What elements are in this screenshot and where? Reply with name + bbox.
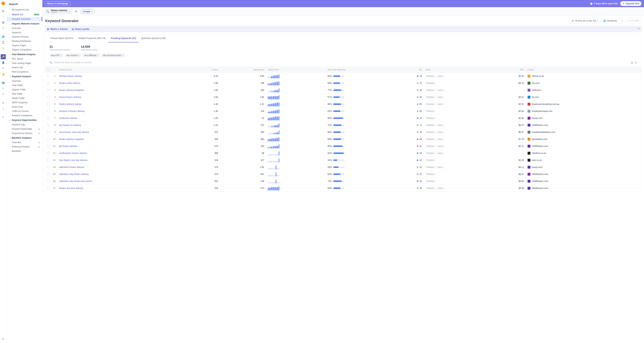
compare-icon[interactable]: ⧉ — [74, 9, 79, 14]
tab[interactable]: Trending Keywords (31) — [108, 34, 139, 42]
leader-cell[interactable]: theflora.in — [528, 89, 640, 92]
nav-target-icon[interactable]: ◎ — [1, 25, 6, 30]
sidebar-item[interactable]: Total Traffic — [6, 83, 42, 87]
filter-pill[interactable]: Any Volume▾ — [65, 53, 81, 57]
col-cpc[interactable]: CPC — [496, 67, 526, 73]
columns-icon[interactable]: ▥ — [631, 61, 633, 64]
row-checkbox[interactable] — [47, 187, 50, 189]
row-checkbox[interactable] — [47, 82, 50, 84]
nav-like-icon[interactable]: 👍 — [1, 71, 6, 76]
sidebar-item[interactable]: Keywords by Industry◆ — [6, 131, 42, 135]
sidebar-item[interactable]: Organic Pages — [6, 43, 42, 47]
filter-pill[interactable]: Any CPC▾ — [50, 53, 63, 57]
nav-world-icon[interactable]: 🌍 — [1, 80, 6, 85]
sidebar-item[interactable]: Backlinks — [6, 149, 42, 153]
row-checkbox[interactable] — [47, 75, 50, 77]
row-checkbox[interactable] — [47, 152, 50, 154]
nav-trend-icon[interactable]: 〽 — [1, 14, 6, 19]
keyword-link[interactable]: next flowers next day delivery — [59, 159, 87, 161]
sidebar-my-lists[interactable]: My Keyword Lists — [6, 7, 42, 12]
sidebar-item[interactable]: Keyword Gap — [6, 122, 42, 127]
col-kd[interactable]: KD — [396, 67, 424, 73]
keyword-link[interactable]: bouquet of flowers delivery — [59, 110, 85, 112]
keyword-link[interactable]: send flowers same day delivery — [59, 131, 89, 133]
traffic-select[interactable]: ⇄All traffic — [626, 18, 641, 23]
col-intent[interactable]: Intent — [424, 67, 496, 73]
settings-icon[interactable]: ⚙ — [1, 336, 6, 341]
nav-building-icon[interactable]: 🏢 — [1, 20, 6, 25]
nav-keyword-icon[interactable]: 🔑 — [1, 54, 6, 59]
leader-cell[interactable]: 1800flowers.com — [528, 187, 640, 190]
sidebar-item[interactable]: Search Ads — [6, 65, 42, 70]
tab[interactable]: Phrase Match (16,971) — [48, 34, 76, 42]
filter-pill[interactable]: Any Difficulty▾ — [83, 53, 100, 57]
row-checkbox[interactable] — [47, 96, 50, 98]
keyword-chip[interactable]: 🔍 flowers delivery Keyword ▾ — [45, 9, 72, 14]
keyword-link[interactable]: southampton flowers delivery — [59, 152, 87, 154]
sidebar-group-header[interactable]: ⌄Paid Website Analysis — [6, 52, 42, 57]
row-checkbox[interactable] — [47, 180, 50, 182]
nav-globe-icon[interactable]: 🌐 — [1, 34, 6, 39]
keyword-link[interactable]: flowers online delivery — [59, 82, 80, 84]
row-checkbox[interactable] — [47, 138, 50, 140]
tab[interactable]: Questions Queries (148) — [138, 34, 168, 42]
keyword-link[interactable]: flowers delivery sydney — [59, 103, 82, 105]
sidebar-item[interactable]: Keyword Seasonality◆ — [6, 127, 42, 131]
sidebar-item[interactable]: Keyword Phrases — [6, 35, 42, 39]
keyword-link[interactable]: flowers delivery singapore — [59, 138, 84, 140]
sidebar-group-header[interactable]: ⌄Keyword Analysis — [6, 74, 42, 79]
sidebar-item[interactable]: Organic Traffic — [6, 87, 42, 92]
row-checkbox[interactable] — [47, 166, 50, 168]
sidebar-item[interactable]: Overview — [6, 26, 42, 30]
table-settings-icon[interactable]: ⚙ — [635, 61, 637, 64]
row-checkbox[interactable] — [47, 159, 50, 161]
upgrade-button[interactable]: ♛ Upgrade Now — [620, 1, 642, 6]
col-trend[interactable]: Yearly Trend — [266, 67, 326, 73]
leader-cell[interactable]: interflora.co.uk — [528, 152, 640, 155]
leader-cell[interactable]: eflorist.co.uk — [528, 75, 640, 78]
sidebar-item[interactable]: Ranking Distribution — [6, 39, 42, 43]
sidebar-item[interactable]: Paid Traffic — [6, 92, 42, 96]
sidebar-item[interactable]: Keywords — [6, 30, 42, 35]
row-checkbox[interactable] — [47, 117, 50, 119]
return-home-button[interactable]: Return to homepage — [45, 1, 70, 6]
row-checkbox[interactable] — [47, 89, 50, 91]
sidebar-item[interactable]: Paid Competitors — [6, 70, 42, 74]
nav-crown-icon[interactable]: ♛ — [1, 115, 6, 120]
nav-coin-icon[interactable]: © — [1, 86, 6, 91]
nav-eye-icon[interactable]: 👁 — [1, 66, 6, 71]
row-checkbox[interactable] — [47, 124, 50, 126]
leader-cell[interactable]: bouqs.com — [528, 166, 640, 169]
keyword-link[interactable]: funeral flowers delivery — [59, 96, 81, 98]
sidebar-item[interactable]: PPC Spend — [6, 57, 42, 61]
col-zero-click[interactable]: Zero-Click Searches — [326, 67, 396, 73]
keyword-link[interactable]: valentines flowers delivery — [59, 166, 84, 168]
date-range-select[interactable]: 🗓All time (As of Apr 30)▾ — [570, 18, 600, 23]
leader-cell[interactable]: bouqs.com — [528, 117, 640, 120]
leader-cell[interactable]: fnp.com — [528, 82, 640, 85]
sidebar-item[interactable]: SERP Snapshot — [6, 100, 42, 105]
keyword-link[interactable]: birthday flowers delivery — [59, 75, 82, 77]
leader-cell[interactable]: 1800flowers.com — [528, 124, 640, 127]
keyword-link[interactable]: valentine's day flowers and chocol... — [59, 180, 94, 182]
leader-cell[interactable]: flowersacrosssydney.com.au — [528, 103, 640, 106]
brand-logo-icon[interactable] — [2, 2, 5, 5]
nav-history-icon[interactable]: ↻ — [1, 46, 6, 51]
nav-filter-icon[interactable]: ∇ — [1, 92, 6, 97]
leader-cell[interactable]: marketstreetflowers.com — [528, 131, 640, 134]
col-leader[interactable]: Leader — [526, 67, 641, 73]
sidebar-group-header[interactable]: ⌄Keyword Opportunities — [6, 118, 42, 122]
sidebar-item[interactable]: Overview◆ — [6, 140, 42, 145]
sidebar-item[interactable]: Referring Domains◆ — [6, 145, 42, 149]
leader-cell[interactable]: 1800flowers.com — [528, 180, 640, 183]
tab[interactable]: Related Keywords (86,774) — [76, 34, 108, 42]
sidebar-item[interactable]: Paid Landing Pages — [6, 61, 42, 65]
sidebar-item[interactable]: Keyword Comparison — [6, 113, 42, 118]
read-guide-link[interactable]: 🕮Read a guide — [72, 28, 89, 30]
leader-cell[interactable]: next.co.uk — [528, 159, 640, 162]
row-checkbox[interactable] — [47, 145, 50, 147]
filter-pill[interactable]: Any Keyword Intent▾ — [101, 53, 125, 57]
col-keywords[interactable]: Keywords (31) — [57, 67, 182, 73]
keyword-link[interactable]: valentine's day flowers delivery — [59, 173, 89, 175]
geo-select[interactable]: 🌐Worldwide▾ — [601, 18, 624, 23]
